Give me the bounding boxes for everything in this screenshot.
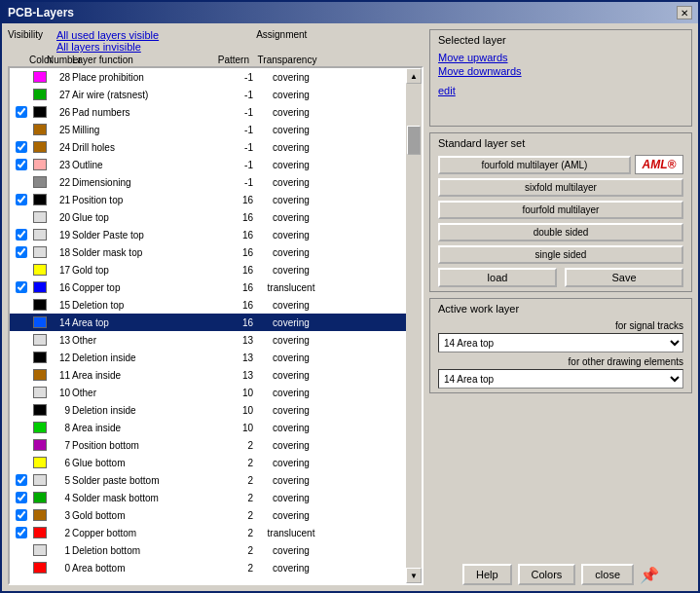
signal-tracks-dropdown[interactable]: 14 Area top xyxy=(438,333,683,352)
layer-row[interactable]: 3Gold bottom2covering xyxy=(10,506,406,524)
layer-row[interactable]: 12Deletion inside13covering xyxy=(10,349,406,366)
all-invisible-link[interactable]: All layers invisible xyxy=(56,41,141,53)
color-swatch[interactable] xyxy=(33,334,47,346)
color-swatch[interactable] xyxy=(33,404,47,416)
color-cell xyxy=(31,124,49,135)
scroll-down-button[interactable]: ▼ xyxy=(406,568,422,583)
scroll-thumb[interactable] xyxy=(407,126,421,155)
layer-row[interactable]: 0Area bottom2covering xyxy=(10,559,406,576)
layer-checkbox[interactable] xyxy=(16,474,27,486)
load-button[interactable]: load xyxy=(438,268,557,287)
scrollbar[interactable]: ▲ ▼ xyxy=(406,68,422,583)
layer-checkbox[interactable] xyxy=(16,229,27,241)
color-swatch[interactable] xyxy=(33,474,47,486)
layer-row[interactable]: 26Pad numbers-1covering xyxy=(10,103,406,121)
color-swatch[interactable] xyxy=(33,194,47,205)
color-swatch[interactable] xyxy=(33,229,47,241)
scroll-up-button[interactable]: ▲ xyxy=(406,68,422,84)
layer-row[interactable]: 17Gold top16covering xyxy=(10,261,406,278)
layer-row[interactable]: 14Area top16covering xyxy=(10,314,406,331)
layer-checkbox[interactable] xyxy=(16,141,27,153)
color-swatch[interactable] xyxy=(33,246,47,258)
layer-checkbox[interactable] xyxy=(16,106,27,118)
layer-row[interactable]: 19Solder Paste top16covering xyxy=(10,226,406,243)
layer-list[interactable]: 28Place prohibition-1covering27Air wire … xyxy=(10,68,406,583)
layer-row[interactable]: 27Air wire (ratsnest)-1covering xyxy=(10,86,406,103)
color-swatch[interactable] xyxy=(33,352,47,363)
color-swatch[interactable] xyxy=(33,439,47,451)
layer-checkbox[interactable] xyxy=(16,246,27,258)
layer-row[interactable]: 11Area inside13covering xyxy=(10,366,406,384)
close-window-button[interactable]: ✕ xyxy=(677,6,692,19)
layer-row[interactable]: 13Other13covering xyxy=(10,331,406,349)
color-swatch[interactable] xyxy=(33,159,47,170)
color-swatch[interactable] xyxy=(33,176,47,188)
layer-checkbox[interactable] xyxy=(16,194,27,205)
move-down-link[interactable]: Move downwards xyxy=(438,65,683,77)
color-swatch[interactable] xyxy=(33,527,47,538)
close-button[interactable]: close xyxy=(581,564,634,585)
layer-row[interactable]: 10Other10covering xyxy=(10,384,406,401)
save-button[interactable]: Save xyxy=(565,268,683,287)
layer-row[interactable]: 9Deletion inside10covering xyxy=(10,401,406,419)
color-swatch[interactable] xyxy=(33,509,47,521)
layer-number: 24 xyxy=(49,142,72,153)
layer-row[interactable]: 21Position top16covering xyxy=(10,191,406,208)
sixfold-multilayer-button[interactable]: sixfold multilayer xyxy=(438,178,683,197)
other-elements-dropdown[interactable]: 14 Area top xyxy=(438,369,683,389)
color-swatch[interactable] xyxy=(33,264,47,276)
layer-row[interactable]: 5Solder paste bottom2covering xyxy=(10,471,406,489)
layer-checkbox[interactable] xyxy=(16,509,27,521)
layer-checkbox[interactable] xyxy=(16,492,27,503)
fourfold-multilayer-button[interactable]: fourfold multilayer xyxy=(438,201,683,219)
layer-name: Milling xyxy=(72,125,218,135)
layer-row[interactable]: 4Solder mask bottom2covering xyxy=(10,489,406,506)
single-sided-button[interactable]: single sided xyxy=(438,245,683,264)
help-button[interactable]: Help xyxy=(462,564,512,585)
color-swatch[interactable] xyxy=(33,369,47,381)
layer-transparency: covering xyxy=(257,458,325,468)
color-swatch[interactable] xyxy=(33,422,47,433)
color-swatch[interactable] xyxy=(33,299,47,311)
color-swatch[interactable] xyxy=(33,71,47,83)
layer-row[interactable]: 1Deletion bottom2covering xyxy=(10,541,406,559)
color-swatch[interactable] xyxy=(33,457,47,468)
layer-transparency: covering xyxy=(257,195,325,205)
layer-pattern: 13 xyxy=(218,335,257,346)
pin-icon[interactable]: 📌 xyxy=(640,566,659,584)
layer-row[interactable]: 6Glue bottom2covering xyxy=(10,454,406,471)
layer-row[interactable]: 15Deletion top16covering xyxy=(10,296,406,314)
layer-row[interactable]: 2Copper bottom2translucent xyxy=(10,524,406,541)
color-swatch[interactable] xyxy=(33,492,47,503)
fourfold-aml-button[interactable]: fourfold multilayer (AML) xyxy=(438,156,631,174)
color-swatch[interactable] xyxy=(33,89,47,100)
color-swatch[interactable] xyxy=(33,387,47,398)
color-swatch[interactable] xyxy=(33,281,47,293)
layer-row[interactable]: 28Place prohibition-1covering xyxy=(10,68,406,86)
layer-row[interactable]: 7Position bottom2covering xyxy=(10,436,406,454)
layer-row[interactable]: 23Outline-1covering xyxy=(10,156,406,173)
layer-row[interactable]: 24Drill holes-1covering xyxy=(10,138,406,156)
layer-checkbox[interactable] xyxy=(16,527,27,538)
layer-row[interactable]: 16Copper top16translucent xyxy=(10,278,406,296)
colors-button[interactable]: Colors xyxy=(518,564,576,585)
layer-number: 20 xyxy=(49,212,72,223)
color-swatch[interactable] xyxy=(33,316,47,328)
layer-checkbox[interactable] xyxy=(16,159,27,170)
color-swatch[interactable] xyxy=(33,141,47,153)
color-swatch[interactable] xyxy=(33,106,47,118)
color-swatch[interactable] xyxy=(33,562,47,574)
all-used-visible-link[interactable]: All used layers visible xyxy=(56,29,159,41)
layer-row[interactable]: 8Area inside10covering xyxy=(10,419,406,436)
double-sided-button[interactable]: double sided xyxy=(438,223,683,241)
color-swatch[interactable] xyxy=(33,544,47,556)
layer-row[interactable]: 25Milling-1covering xyxy=(10,121,406,138)
layer-row[interactable]: 20Glue top16covering xyxy=(10,208,406,226)
color-swatch[interactable] xyxy=(33,124,47,135)
layer-row[interactable]: 22Dimensioning-1covering xyxy=(10,173,406,191)
color-swatch[interactable] xyxy=(33,211,47,223)
layer-checkbox[interactable] xyxy=(16,281,27,293)
layer-row[interactable]: 18Solder mask top16covering xyxy=(10,243,406,261)
edit-link[interactable]: edit xyxy=(438,85,683,96)
move-up-link[interactable]: Move upwards xyxy=(438,52,683,63)
